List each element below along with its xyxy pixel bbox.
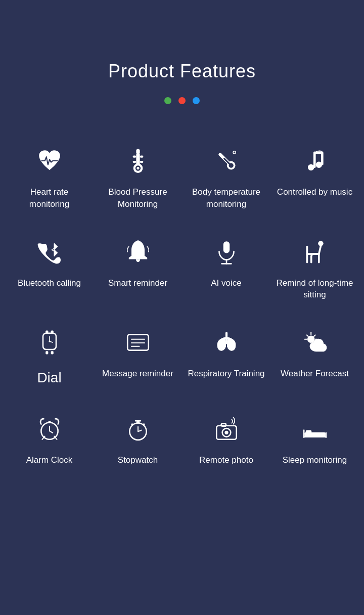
svg-rect-5 (132, 161, 136, 163)
weather-label: Weather Forecast (281, 368, 349, 380)
ai-voice-label: AI voice (211, 277, 241, 289)
sleep-monitor-icon (302, 413, 328, 445)
respiratory-label: Respiratory Training (188, 368, 264, 380)
svg-point-13 (233, 151, 236, 154)
feature-message-reminder: Message reminder (94, 316, 182, 403)
svg-rect-66 (221, 424, 225, 426)
respiratory-icon (213, 326, 240, 359)
svg-rect-41 (225, 332, 227, 337)
sleep-monitor-label: Sleep monitoring (283, 454, 347, 466)
svg-rect-31 (51, 331, 53, 334)
feature-smart-reminder: Smart reminder (94, 226, 182, 317)
indicator-dots (164, 97, 200, 104)
feature-bluetooth-call: Bluetooth calling (5, 226, 94, 317)
bluetooth-call-icon (36, 236, 63, 268)
feature-stopwatch: Stopwatch (94, 403, 182, 481)
svg-rect-60 (134, 420, 141, 422)
page-title: Product Features (108, 61, 256, 82)
feature-blood-pressure: Blood Pressure Monitoring (94, 135, 182, 226)
svg-rect-30 (46, 331, 48, 334)
body-temp-icon (213, 145, 240, 177)
feature-sleep-monitor: Sleep monitoring (270, 403, 359, 481)
feature-music-control: Controlled by music (270, 135, 359, 226)
dot-green (164, 97, 171, 104)
svg-rect-6 (140, 161, 143, 163)
dial-label: Dial (37, 368, 61, 387)
svg-rect-71 (305, 430, 311, 434)
music-control-label: Controlled by music (277, 186, 352, 198)
svg-point-14 (307, 164, 313, 170)
heart-rate-label: Heart rate monitoring (10, 186, 88, 210)
feature-sitting-reminder: Remind of long-time sitting (270, 226, 359, 317)
message-reminder-label: Message reminder (102, 368, 173, 380)
svg-rect-61 (131, 424, 133, 425)
feature-heart-rate: Heart rate monitoring (5, 135, 94, 226)
dot-red (178, 97, 186, 104)
message-reminder-icon (125, 326, 151, 359)
svg-rect-33 (51, 351, 53, 354)
smart-reminder-icon (125, 236, 151, 268)
svg-rect-3 (132, 156, 136, 158)
svg-point-65 (224, 431, 228, 434)
feature-ai-voice: AI voice (182, 226, 270, 317)
svg-rect-4 (140, 156, 143, 158)
music-control-icon (302, 145, 328, 177)
svg-rect-62 (143, 424, 145, 425)
feature-body-temp: Body temperature monitoring (182, 135, 270, 226)
feature-alarm-clock: Alarm Clock (5, 403, 94, 481)
feature-weather: Weather Forecast (270, 316, 359, 403)
alarm-clock-icon (36, 413, 63, 445)
ai-voice-icon (213, 236, 240, 268)
blood-pressure-label: Blood Pressure Monitoring (99, 186, 177, 210)
svg-line-49 (313, 335, 315, 337)
remote-photo-label: Remote photo (199, 454, 253, 466)
remote-photo-icon (213, 413, 240, 445)
svg-point-55 (48, 421, 51, 423)
sitting-reminder-label: Remind of long-time sitting (276, 277, 354, 301)
dot-blue (193, 97, 200, 104)
weather-icon (302, 326, 328, 359)
stopwatch-icon (125, 413, 151, 445)
body-temp-label: Body temperature monitoring (187, 186, 265, 210)
smart-reminder-label: Smart reminder (108, 277, 167, 289)
svg-line-36 (50, 341, 53, 342)
blood-pressure-icon (125, 145, 151, 177)
svg-line-52 (50, 431, 53, 433)
svg-rect-32 (46, 351, 48, 354)
heart-rate-icon (36, 145, 63, 177)
feature-respiratory: Respiratory Training (182, 316, 270, 403)
svg-point-8 (136, 167, 139, 169)
bluetooth-call-label: Bluetooth calling (18, 277, 81, 289)
svg-rect-18 (321, 152, 323, 165)
svg-line-47 (306, 335, 308, 337)
dial-icon (36, 326, 63, 359)
svg-rect-22 (223, 241, 229, 253)
sitting-reminder-icon (302, 236, 328, 268)
svg-rect-16 (313, 152, 315, 168)
features-grid: Heart rate monitoring Blood Pressure Mon… (0, 135, 364, 481)
feature-dial: Dial (5, 316, 94, 403)
alarm-clock-label: Alarm Clock (26, 454, 73, 466)
feature-remote-photo: Remote photo (182, 403, 270, 481)
stopwatch-label: Stopwatch (118, 454, 158, 466)
